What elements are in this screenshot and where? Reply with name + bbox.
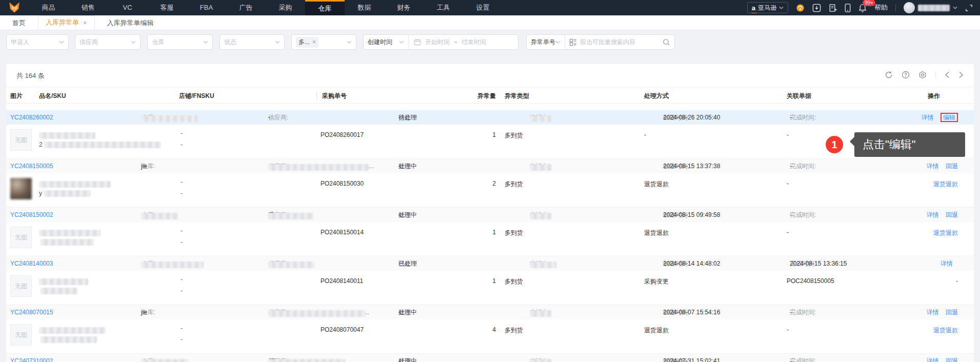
date-type-select[interactable]: 创建时间 [364, 35, 409, 49]
nav-item-purchase[interactable]: 采购 [266, 0, 305, 15]
fullscreen-icon[interactable] [965, 4, 973, 12]
mobile-app-icon[interactable] [845, 4, 851, 12]
secondary-action-link[interactable]: 回退 [946, 309, 958, 316]
tab-inbound-exception-edit[interactable]: 入库异常单编辑 [95, 15, 166, 30]
nav-item-warehouse[interactable]: 仓库 [305, 0, 345, 15]
nav-item-tools[interactable]: 工具 [424, 0, 463, 15]
download-icon[interactable] [812, 4, 821, 12]
secondary-action-link[interactable]: 回退 [946, 357, 958, 362]
column-divider [316, 92, 317, 99]
nav-item-vc[interactable]: VC [108, 0, 147, 15]
tab-home[interactable]: 首页 [0, 15, 38, 30]
user-account-menu[interactable] [904, 2, 957, 13]
warehouse-field: 仓库: [141, 208, 178, 222]
product-image[interactable]: 无图 [10, 324, 32, 346]
exception-type: 多到货 [505, 131, 523, 140]
nav-item-service[interactable]: 客服 [147, 0, 187, 15]
po-number: PO2408150014 [321, 229, 364, 236]
status-select[interactable]: 状态 [219, 34, 285, 50]
divider [935, 71, 936, 78]
exception-order-group: YC2408070015 仓库:jie 供应商:.. 状态:处理中 申请人: 创… [6, 305, 974, 354]
exception-list-panel: 共 164 条 图片 品名/SKU 店铺/FNSKU 采购单号 异常量 异常类型… [6, 64, 974, 362]
col-name-sku: 品名/SKU [39, 92, 66, 100]
applicant-field: 申请人: [530, 208, 551, 222]
product-image[interactable]: 无图 [10, 227, 32, 248]
marketplace-selector[interactable]: a 亚马逊 [747, 2, 788, 13]
handle-method: 采购变更 [644, 277, 669, 286]
secondary-action-link[interactable]: 回退 [946, 163, 958, 170]
applicant-field: 申请人: [530, 354, 551, 362]
col-exception-type: 异常类型 [505, 92, 529, 100]
exception-order-number-link[interactable]: YC2408140003 [10, 256, 53, 271]
exception-type: 多到货 [505, 180, 523, 189]
store-fnsku-cell: - - [181, 274, 183, 296]
exception-order-number-link[interactable]: YC2408150005 [10, 159, 53, 173]
exception-order-number-link[interactable]: YC2408150002 [10, 208, 53, 222]
tab-inbound-exception[interactable]: 入库异常单 × [38, 15, 95, 30]
product-image[interactable]: 无图 [10, 178, 32, 199]
detail-row: 无图 - - PO2408070047 4 多到货 退货退款 - [6, 319, 974, 354]
help-circle-icon[interactable] [902, 71, 910, 79]
supplier-field: 供应商:JS... [268, 354, 345, 362]
nav-item-settings[interactable]: 设置 [463, 0, 503, 15]
notification-bell-icon[interactable]: 99+ [858, 4, 867, 12]
detail-row-action[interactable]: 退货退款 [933, 326, 958, 335]
detail-action-link[interactable]: 详情 [941, 260, 953, 267]
date-range-input[interactable]: 开始时间 ~ 结束时间 [409, 38, 518, 47]
batch-search-icon[interactable] [569, 38, 577, 46]
support-headset-icon[interactable] [796, 4, 805, 12]
product-image[interactable]: 无图 [10, 129, 32, 151]
nav-item-fba[interactable]: FBA [187, 0, 226, 15]
detail-action-link[interactable]: 详情 [927, 211, 939, 218]
detail-action-link[interactable]: 详情 [927, 309, 939, 316]
exception-order-number-link[interactable]: YC2408070015 [10, 305, 53, 319]
search-field-select[interactable]: 异常单号 [527, 35, 565, 49]
warehouse-select[interactable]: 仓库 [147, 34, 213, 50]
close-icon[interactable]: × [83, 19, 87, 27]
chevron-down-icon [779, 6, 784, 9]
row-actions: 详情 回退 [922, 305, 958, 319]
detail-row-action[interactable]: 退货退款 [933, 229, 958, 237]
amazon-icon: a [752, 5, 755, 11]
nav-item-products[interactable]: 商品 [29, 0, 68, 15]
store-fnsku-cell: - - [181, 176, 183, 199]
nav-item-data[interactable]: 数据 [345, 0, 384, 15]
secondary-action-link[interactable]: 回退 [946, 211, 958, 218]
chevron-left-icon[interactable] [945, 71, 950, 78]
table-toolbar: 共 164 条 [6, 64, 974, 87]
range-separator: ~ [454, 38, 457, 46]
search-input[interactable] [580, 38, 659, 46]
exception-qty: 4 [457, 326, 496, 333]
detail-action-link[interactable]: 详情 [927, 163, 939, 170]
applicant-select[interactable]: 申请人 [6, 34, 69, 50]
exception-order-number-link[interactable]: YC2407310002 [10, 354, 53, 362]
detail-row-action[interactable]: - [956, 277, 958, 285]
tag-close-icon[interactable]: × [312, 38, 316, 46]
chevron-right-icon[interactable] [958, 71, 964, 78]
divider [895, 4, 896, 11]
settings-gear-icon[interactable] [918, 71, 927, 79]
supplier-field: 供应商:.. [268, 305, 366, 319]
detail-action-link[interactable]: 详情 [922, 114, 934, 121]
group-header-row: YC2408150002 仓库: 供应商:采 状态:处理中 申请人: 创建时间:… [6, 208, 974, 222]
nav-item-ads[interactable]: 广告 [226, 0, 266, 15]
applicant-placeholder: 申请人 [11, 38, 29, 47]
handle-method: 退货退款 [644, 229, 669, 237]
nav-item-finance[interactable]: 财务 [384, 0, 424, 15]
detail-row: 无图 y - - PO2408150030 2 多到货 退货退款 [6, 173, 974, 208]
supplier-select[interactable]: 供应商 [75, 34, 141, 50]
search-icon[interactable] [663, 38, 670, 46]
exception-order-number-link[interactable]: YC2408260002 [10, 110, 53, 125]
nav-item-sales[interactable]: 销售 [68, 0, 108, 15]
refresh-icon[interactable] [885, 71, 893, 79]
secondary-action-link[interactable]: 编辑 [941, 113, 958, 122]
help-link[interactable]: 帮助 [874, 3, 888, 12]
app-logo-fox-icon[interactable] [0, 0, 29, 15]
date-filter-group: 创建时间 开始时间 ~ 结束时间 [363, 34, 518, 50]
product-image[interactable]: 无图 [10, 275, 32, 297]
exception-type-multiselect[interactable]: 多... × [291, 34, 356, 50]
detail-action-link[interactable]: 详情 [927, 357, 939, 362]
new-document-icon[interactable] [829, 4, 837, 12]
chevron-down-icon [275, 41, 280, 44]
detail-row-action[interactable]: 退货退款 [933, 180, 958, 189]
